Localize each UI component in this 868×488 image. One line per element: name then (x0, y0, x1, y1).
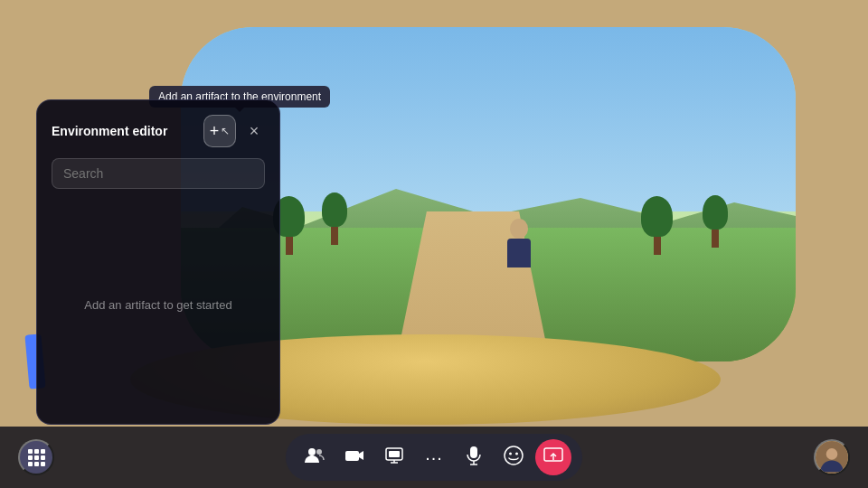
camera-icon (344, 447, 364, 468)
svg-point-17 (826, 448, 838, 460)
environment-editor-panel: Environment editor + ↖ × Add an artifact… (36, 99, 280, 425)
empty-message: Add an artifact to get started (84, 298, 231, 312)
svg-point-13 (515, 452, 518, 455)
add-artifact-button[interactable]: + ↖ (203, 115, 236, 147)
avatar-icon (816, 439, 848, 475)
tree-trunk (712, 230, 719, 248)
panel-empty-state: Add an artifact to get started (52, 200, 265, 409)
svg-point-12 (509, 452, 512, 455)
grid-menu-button[interactable] (18, 439, 54, 475)
share-icon (543, 447, 563, 468)
vr-tree (322, 192, 347, 245)
people-button[interactable] (297, 439, 333, 475)
tree-trunk (331, 227, 338, 245)
emoji-icon (504, 446, 524, 470)
panel-title: Environment editor (52, 124, 167, 138)
present-icon (385, 447, 403, 468)
svg-point-11 (505, 446, 523, 465)
grid-icon (28, 449, 45, 466)
tree-trunk (654, 237, 661, 255)
svg-rect-7 (389, 451, 400, 457)
tree-top (703, 195, 728, 230)
panel-header: Environment editor + ↖ × (52, 115, 265, 147)
toolbar-center: ··· (286, 434, 582, 481)
share-screen-button[interactable] (535, 439, 571, 475)
more-icon: ··· (425, 448, 443, 466)
tree-top (641, 196, 673, 237)
more-button[interactable]: ··· (416, 439, 452, 475)
camera-button[interactable] (336, 439, 373, 475)
toolbar-left (18, 439, 54, 475)
search-input[interactable] (52, 158, 265, 189)
svg-point-0 (308, 448, 316, 455)
mic-button[interactable] (456, 439, 492, 475)
close-panel-button[interactable]: × (243, 120, 265, 142)
emoji-button[interactable] (495, 439, 532, 475)
avatar-body (507, 239, 531, 267)
toolbar: ··· (0, 427, 868, 488)
plus-icon: + ↖ (210, 123, 231, 139)
mic-icon (467, 446, 481, 470)
svg-point-1 (316, 449, 322, 455)
panel-actions: + ↖ × (203, 115, 265, 147)
svg-rect-2 (345, 451, 359, 461)
present-button[interactable] (376, 439, 412, 475)
avatar-button[interactable] (814, 439, 850, 475)
svg-marker-3 (359, 451, 363, 460)
tree-top (322, 192, 347, 227)
svg-rect-8 (470, 446, 477, 458)
vr-tree (641, 196, 673, 255)
tree-trunk (286, 237, 293, 255)
avatar-head (510, 219, 528, 239)
vr-tree (703, 195, 728, 248)
toolbar-right (814, 439, 850, 475)
scene-avatar (507, 219, 531, 267)
people-icon (305, 447, 325, 468)
